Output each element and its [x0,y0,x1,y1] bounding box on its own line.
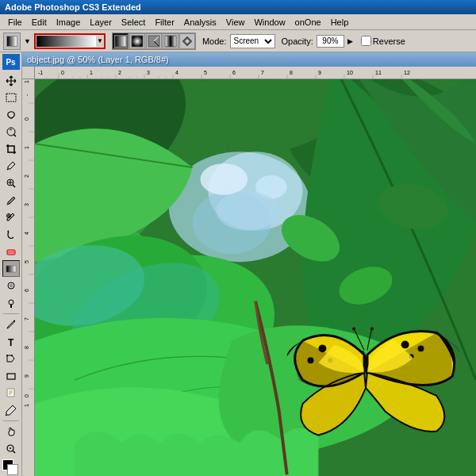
menu-analysis[interactable]: Analysis [179,16,221,29]
ruler-horizontal: -1 0 1 2 3 4 5 6 [35,67,476,79]
svg-text:11: 11 [375,70,382,75]
opacity-arrow[interactable]: ▶ [347,37,353,45]
tool-blur[interactable] [2,278,20,294]
tool-brush[interactable] [2,192,20,209]
mode-label: Mode: [202,36,227,46]
document-title: object.jpg @ 50% (Layer 1, RGB/8#) [22,52,476,67]
tool-notes[interactable] [2,385,20,401]
toolbar-divider-2 [3,420,19,421]
svg-rect-7 [165,36,176,47]
svg-text:8: 8 [290,70,293,75]
svg-text:9: 9 [318,70,321,75]
image-canvas [35,79,476,476]
tool-crop[interactable] [2,141,20,158]
menu-select[interactable]: Select [117,16,151,29]
svg-rect-22 [6,266,16,272]
svg-point-16 [7,202,10,205]
menu-onone[interactable]: onOne [290,16,326,29]
menu-window[interactable]: Window [249,16,290,29]
svg-text:5: 5 [204,70,207,75]
svg-rect-10 [6,94,16,102]
background-color[interactable] [7,464,18,475]
svg-point-123 [401,340,409,348]
gradient-picker[interactable]: ▼ [34,33,106,49]
tool-clone[interactable] [2,209,20,226]
color-swatches[interactable] [2,459,20,474]
tool-dodge[interactable] [2,295,20,312]
svg-text:4: 4 [24,232,29,235]
svg-point-29 [11,355,13,356]
gradient-dropdown-arrow[interactable]: ▼ [97,37,103,44]
tool-text[interactable]: T [2,334,20,351]
svg-text:6: 6 [24,289,29,292]
canvas-area: object.jpg @ 50% (Layer 1, RGB/8#) -1 0 … [22,52,476,476]
svg-text:10: 10 [347,70,353,75]
svg-text:5: 5 [24,260,29,263]
svg-point-119 [370,328,374,331]
tool-eyedropper2[interactable] [2,402,20,419]
tool-move[interactable] [2,72,20,89]
tool-lasso[interactable] [2,107,20,124]
menu-edit[interactable]: Edit [27,16,52,29]
title-bar: Adobe Photoshop CS3 Extended [0,0,476,14]
gradient-linear-btn[interactable] [113,33,129,49]
reverse-text: Reverse [373,36,405,46]
svg-text:2: 2 [118,70,121,75]
svg-rect-76 [22,79,35,476]
opacity-input[interactable] [317,35,344,48]
tool-preset-arrow[interactable]: ▼ [24,37,31,45]
menu-layer[interactable]: Layer [85,16,117,29]
menu-image[interactable]: Image [52,16,86,29]
menu-file[interactable]: File [3,16,27,29]
svg-text:1: 1 [24,146,29,149]
tool-gradient[interactable] [2,260,20,277]
svg-point-24 [9,300,13,305]
menu-view[interactable]: View [221,16,250,29]
svg-text:0: 0 [24,117,29,121]
menu-filter[interactable]: Filter [150,16,178,29]
svg-text:T: T [8,337,14,347]
reverse-label: Reverse [361,36,405,46]
tool-selection-rect[interactable] [2,90,20,106]
tool-heal[interactable] [2,175,20,192]
svg-text:7: 7 [261,70,264,75]
gradient-mode-buttons [112,33,196,50]
gradient-radial-btn[interactable] [129,33,145,49]
svg-rect-3 [132,36,143,47]
svg-rect-30 [7,374,15,379]
ruler-corner [22,67,35,79]
svg-text:3: 3 [147,70,150,75]
gradient-reflected-btn[interactable] [163,33,178,49]
gradient-diamond-btn[interactable] [179,33,195,49]
svg-text:12: 12 [404,70,410,75]
mode-select[interactable]: Screen Normal Multiply Overlay [230,34,275,48]
photo-svg [35,79,476,476]
menu-bar: File Edit Image Layer Select Filter Anal… [0,14,476,30]
gradient-angle-btn[interactable] [146,33,162,49]
toolbar-divider-1 [3,313,19,314]
title-bar-label: Adobe Photoshop CS3 Extended [5,2,141,12]
tool-zoom[interactable] [2,441,20,458]
svg-text:8: 8 [24,346,29,349]
svg-point-23 [10,284,13,287]
tool-path-select[interactable] [2,351,20,367]
svg-point-107 [201,163,248,195]
main-area: Ps [0,52,476,476]
tool-eraser[interactable] [2,244,20,260]
tool-preset-picker[interactable] [3,33,21,50]
svg-text:3: 3 [24,203,29,206]
tool-hand[interactable] [2,424,20,440]
svg-text:-1: -1 [38,70,43,75]
tool-eyedropper[interactable] [2,158,20,175]
tool-quick-select[interactable] [2,124,20,140]
svg-point-118 [352,328,355,331]
reverse-checkbox[interactable] [361,36,371,46]
menu-help[interactable]: Help [326,16,354,29]
ps-logo: Ps [2,54,20,70]
ruler-vertical: -1 0 1 2 3 4 5 6 [22,79,35,476]
tool-shape[interactable] [2,368,20,385]
tool-history-brush[interactable] [2,226,20,243]
svg-rect-1 [7,36,17,46]
svg-text:4: 4 [175,70,178,75]
tool-pen[interactable] [2,317,20,333]
